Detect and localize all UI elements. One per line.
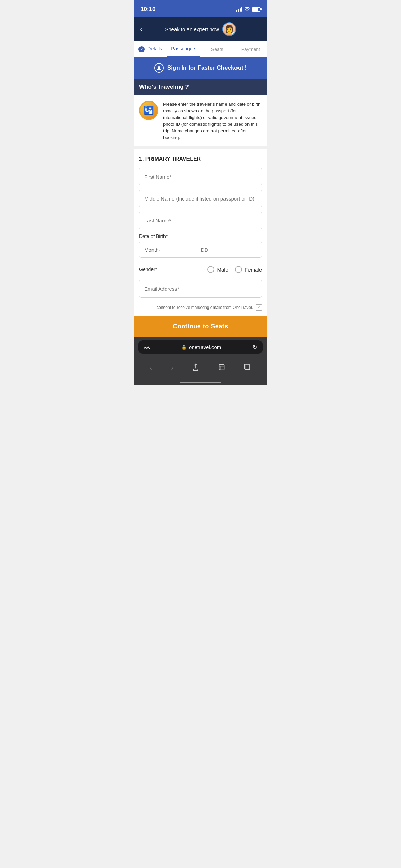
back-button[interactable]: ‹ <box>140 25 142 34</box>
browser-forward-button[interactable]: › <box>168 362 177 374</box>
battery-icon <box>252 7 260 12</box>
continue-to-seats-button[interactable]: Continue to Seats <box>134 316 267 337</box>
tab-details[interactable]: ✓ Details <box>134 41 167 56</box>
tab-details-label: Details <box>147 46 162 51</box>
browser-url-display: 🔒 onetravel.com <box>181 344 221 350</box>
section-title: 1. PRIMARY TRAVELER <box>139 156 262 162</box>
middle-name-input[interactable] <box>139 190 262 207</box>
continue-button-label: Continue to Seats <box>173 323 228 330</box>
expert-area[interactable]: Speak to an expert now 👩 <box>165 22 236 36</box>
sign-in-text: Sign In for Faster Checkout ! <box>167 64 247 71</box>
tab-seats-label: Seats <box>211 47 223 52</box>
email-address-input[interactable] <box>139 280 262 298</box>
home-indicator <box>134 379 267 385</box>
last-name-input[interactable] <box>139 212 262 229</box>
status-bar: 10:16 <box>134 0 267 17</box>
male-radio-option[interactable]: Male <box>207 266 228 273</box>
progress-tabs: ✓ Details Passengers Seats Payment <box>134 41 267 57</box>
female-radio-label: Female <box>245 267 262 273</box>
whos-traveling-header: Who's Traveling ? <box>134 79 267 95</box>
home-pill <box>180 382 221 383</box>
whos-traveling-title: Who's Traveling ? <box>139 84 189 90</box>
status-time: 10:16 <box>141 6 155 13</box>
month-label: Month <box>144 247 159 253</box>
lock-icon: 🔒 <box>181 345 187 350</box>
tab-seats[interactable]: Seats <box>200 42 234 56</box>
expert-avatar: 👩 <box>222 22 236 36</box>
male-radio-label: Male <box>217 267 228 273</box>
gender-row: Gender* Male Female <box>139 265 262 274</box>
passport-icon: 🛂 <box>144 106 154 115</box>
signal-bars-icon <box>236 7 242 12</box>
top-navigation: ‹ Speak to an expert now 👩 <box>134 17 267 41</box>
passport-info-section: 🛂 Please enter the traveler's name and d… <box>134 95 267 149</box>
gender-label: Gender* <box>139 267 157 272</box>
checkmark-icon: ✓ <box>257 305 260 310</box>
year-input[interactable] <box>242 242 262 257</box>
tab-passengers[interactable]: Passengers <box>167 41 201 57</box>
browser-url-bar[interactable]: AA 🔒 onetravel.com ↻ <box>138 340 263 354</box>
gender-radio-group: Male Female <box>207 266 262 273</box>
consent-text: I consent to receive marketing emails fr… <box>139 305 253 310</box>
first-name-input[interactable] <box>139 168 262 185</box>
status-icons <box>236 7 260 12</box>
online-indicator <box>232 32 235 35</box>
browser-url-text: onetravel.com <box>189 344 221 350</box>
browser-bookmarks-button[interactable] <box>215 362 229 374</box>
male-radio-circle <box>207 266 214 273</box>
wifi-icon <box>244 7 250 12</box>
primary-traveler-form: 1. PRIMARY TRAVELER Date of Birth* Month… <box>134 149 267 316</box>
tab-payment-label: Payment <box>241 47 260 52</box>
browser-bar: AA 🔒 onetravel.com ↻ <box>134 337 267 359</box>
month-dropdown[interactable]: Month ⌄ <box>139 242 167 257</box>
browser-tabs-button[interactable] <box>241 362 254 374</box>
tab-payment[interactable]: Payment <box>234 42 268 56</box>
female-radio-option[interactable]: Female <box>235 266 262 273</box>
consent-checkbox[interactable]: ✓ <box>256 304 262 311</box>
svg-rect-1 <box>219 365 224 370</box>
date-of-birth-row: Month ⌄ <box>139 242 262 258</box>
browser-aa-button[interactable]: AA <box>144 345 150 350</box>
passport-icon-wrap: 🛂 <box>139 101 158 120</box>
browser-back-button[interactable]: ‹ <box>147 362 156 374</box>
passport-info-text: Please enter the traveler's name and dat… <box>163 101 262 141</box>
sign-in-banner[interactable]: Sign In for Faster Checkout ! <box>134 57 267 79</box>
svg-point-0 <box>158 66 160 68</box>
female-radio-circle <box>235 266 242 273</box>
consent-row: I consent to receive marketing emails fr… <box>139 302 262 316</box>
sign-in-icon <box>154 63 164 73</box>
chevron-down-icon: ⌄ <box>159 248 162 252</box>
browser-reload-button[interactable]: ↻ <box>253 344 257 350</box>
day-input[interactable] <box>167 242 242 257</box>
browser-navigation: ‹ › <box>134 359 267 379</box>
tab-check-icon: ✓ <box>138 46 145 52</box>
tab-active-arrow <box>181 56 186 58</box>
expert-text: Speak to an expert now <box>165 26 219 32</box>
dob-label: Date of Birth* <box>139 233 262 239</box>
tab-passengers-label: Passengers <box>171 46 196 51</box>
browser-share-button[interactable] <box>189 361 203 375</box>
